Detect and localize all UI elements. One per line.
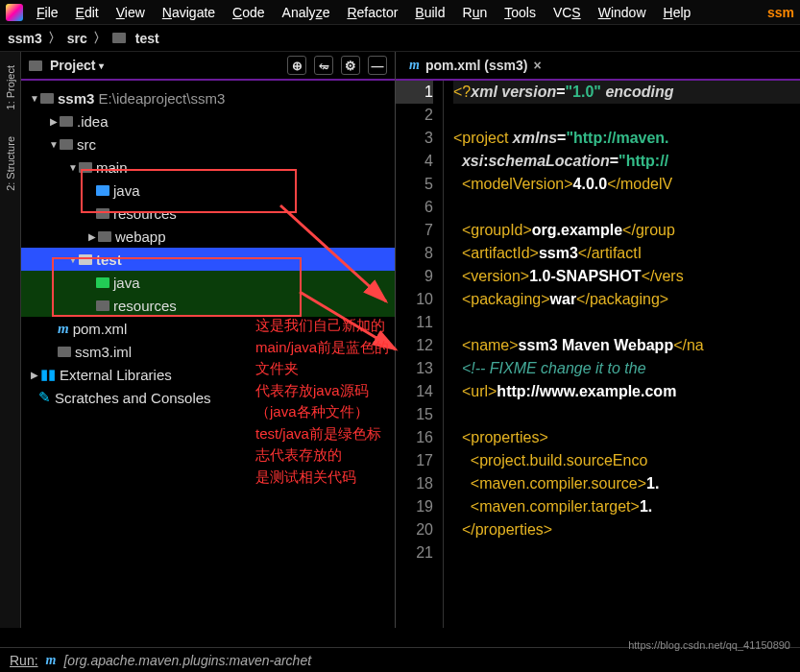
tree-test-java[interactable]: java [21,271,395,294]
chevron-down-icon[interactable]: ▼ [67,162,79,173]
resources-folder-icon [96,208,109,219]
select-opened-file-icon[interactable]: ⊕ [287,56,306,75]
project-panel: Project ▾ ⊕ ⥳ ⚙ — ▼ ssm3 E:\ideaproject\… [21,52,396,628]
run-label: Run: [10,653,38,668]
scratches-icon: ✎ [38,389,51,406]
maven-file-icon: m [409,58,420,73]
menu-navigate[interactable]: Navigate [155,3,223,22]
tool-window-strip: 1: Project 2: Structure [0,52,21,628]
code-source[interactable]: <?xml version="1.0" encoding<project xml… [444,81,800,628]
menu-view[interactable]: View [109,3,153,22]
menu-analyze[interactable]: Analyze [275,3,338,22]
editor-tab-bar: m pom.xml (ssm3) × [396,52,800,81]
menu-bar: File Edit View Navigate Code Analyze Ref… [0,0,800,25]
tree-src[interactable]: ▼ src [21,132,395,156]
folder-icon [60,139,73,150]
chevron-down-icon[interactable]: ▼ [67,254,79,265]
tree-main-resources[interactable]: resources [21,202,395,225]
collapse-all-icon[interactable]: ⥳ [314,56,333,75]
folder-icon [60,116,73,127]
web-folder-icon [98,231,111,242]
module-file-icon [58,347,71,357]
folder-icon [79,254,92,265]
chevron-right-icon[interactable]: ▶ [48,116,60,127]
line-gutter: 123456789101112131415161718192021 [396,81,444,628]
close-tab-icon[interactable]: × [533,58,541,73]
tool-tab-project[interactable]: 1: Project [5,61,16,113]
tree-main[interactable]: ▼ main [21,156,395,179]
crumb-src[interactable]: src [67,31,87,46]
maven-icon: m [46,653,57,668]
menu-right-label: ssm [767,5,794,20]
tree-test-resources[interactable]: resources [21,294,395,317]
source-folder-icon [96,185,109,196]
menu-file[interactable]: File [29,3,66,22]
watermark: https://blog.csdn.net/qq_41150890 [628,639,790,651]
tree-test[interactable]: ▼ test [21,248,395,271]
project-panel-header: Project ▾ ⊕ ⥳ ⚙ — [21,52,395,81]
menu-vcs[interactable]: VCS [545,3,589,22]
crumb-project[interactable]: ssm3 [8,31,42,46]
folder-icon [112,33,126,43]
crumb-test[interactable]: test [135,31,159,46]
tree-external-libs[interactable]: ▶ ▮▮ External Libraries [21,363,395,386]
code-editor[interactable]: 123456789101112131415161718192021 <?xml … [396,81,800,628]
tool-tab-structure[interactable]: 2: Structure [5,132,16,195]
menu-help[interactable]: Help [656,3,699,22]
test-folder-icon [96,277,109,288]
project-tree[interactable]: ▼ ssm3 E:\ideaproject\ssm3 ▶ .idea ▼ src… [21,81,395,628]
tree-root[interactable]: ▼ ssm3 E:\ideaproject\ssm3 [21,86,395,109]
editor-tab[interactable]: m pom.xml (ssm3) × [401,58,549,73]
chevron-down-icon[interactable]: ▼ [29,93,40,104]
chevron-right-icon: 〉 [48,30,61,47]
tree-pom[interactable]: m pom.xml [21,317,395,340]
tree-webapp[interactable]: ▶ webapp [21,225,395,248]
chevron-right-icon[interactable]: ▶ [29,370,40,380]
tree-iml[interactable]: ssm3.iml [21,340,395,363]
test-resources-folder-icon [96,300,109,311]
chevron-right-icon[interactable]: ▶ [86,231,98,242]
maven-file-icon: m [58,321,69,337]
menu-tools[interactable]: Tools [497,3,544,22]
menu-window[interactable]: Window [591,3,654,22]
tree-idea[interactable]: ▶ .idea [21,109,395,132]
app-logo-icon [6,4,23,21]
menu-edit[interactable]: Edit [68,3,107,22]
library-icon: ▮▮ [40,366,56,383]
run-task: [org.apache.maven.plugins:maven-archet [63,653,311,668]
menu-code[interactable]: Code [225,3,272,22]
menu-run[interactable]: Run [455,3,496,22]
tree-main-java[interactable]: java [21,179,395,202]
project-icon [29,60,42,71]
project-panel-title[interactable]: Project [50,58,95,73]
chevron-down-icon[interactable]: ▾ [99,60,104,71]
module-icon [40,93,54,104]
editor-area: m pom.xml (ssm3) × 123456789101112131415… [396,52,800,628]
menu-refactor[interactable]: Refactor [339,3,405,22]
chevron-right-icon: 〉 [93,30,107,47]
breadcrumb: ssm3 〉 src 〉 test [0,25,800,52]
chevron-down-icon[interactable]: ▼ [48,139,60,150]
folder-icon [79,162,92,173]
hide-icon[interactable]: — [368,56,387,75]
gear-icon[interactable]: ⚙ [341,56,360,75]
tree-scratches[interactable]: ✎ Scratches and Consoles [21,386,395,409]
menu-build[interactable]: Build [407,3,452,22]
